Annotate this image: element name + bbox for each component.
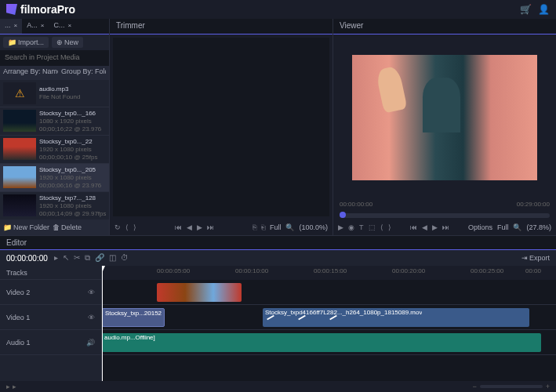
close-icon[interactable]: × xyxy=(67,22,71,29)
mark-in-icon[interactable]: ⟨ xyxy=(380,223,383,231)
media-meta: 00;00;14;09 @ 29.97fps xyxy=(39,210,106,217)
media-tab-1[interactable]: A...× xyxy=(22,19,49,34)
zoom-icon[interactable]: 🔍 xyxy=(513,223,521,231)
media-name: audio.mp3 xyxy=(39,85,106,93)
viewer-preview[interactable] xyxy=(352,55,537,180)
ripple-icon[interactable]: ◫ xyxy=(109,253,116,263)
user-icon[interactable]: 👤 xyxy=(538,4,550,15)
track-header-video2[interactable]: Video 2👁 xyxy=(0,280,101,305)
app-name: filmoraPro xyxy=(20,3,75,16)
viewer-time-start: 00:00:00:00 xyxy=(340,201,372,212)
loop-icon[interactable]: ↻ xyxy=(114,223,121,231)
tracks-label: Tracks xyxy=(0,266,101,280)
media-name: Stocksy_txp0..._205 xyxy=(39,166,106,173)
collapse-icon[interactable]: ▸ ▸ xyxy=(6,383,16,390)
zoom-out-icon[interactable]: − xyxy=(472,383,476,390)
import-button[interactable]: 📁 Import... xyxy=(3,37,49,48)
eye-icon[interactable]: 👁 xyxy=(88,289,95,296)
timeline-ruler[interactable]: 00:00:05:00 00:00:10:00 00:00:15:00 00:0… xyxy=(102,266,556,280)
viewer-scrubber[interactable] xyxy=(340,213,550,218)
track-row[interactable]: audio.mp...Offline] xyxy=(102,330,556,355)
clip-video2[interactable] xyxy=(157,283,242,302)
crop-icon[interactable]: ⬚ xyxy=(369,223,376,231)
app-logo: filmoraPro xyxy=(6,3,75,16)
link-icon[interactable]: 🔗 xyxy=(95,253,104,263)
track-row[interactable]: Stocksy_txp...2015223.mov Stocksy_txpd41… xyxy=(102,305,556,330)
editor-title: Editor xyxy=(6,238,27,247)
media-meta: 00;00;06;16 @ 23.976 xyxy=(39,182,106,189)
play-icon[interactable]: ▶ xyxy=(338,223,343,231)
trimmer-viewport[interactable] xyxy=(113,38,329,216)
insert-icon[interactable]: ⎘ xyxy=(253,223,256,231)
play-icon[interactable]: ▶ xyxy=(197,223,202,231)
group-by[interactable]: Group By: Fold xyxy=(61,67,106,78)
media-tab-0[interactable]: ...× xyxy=(0,19,22,34)
playhead[interactable] xyxy=(102,266,103,381)
mark-in-icon[interactable]: ⟨ xyxy=(125,223,129,231)
close-icon[interactable]: × xyxy=(41,22,45,29)
overlay-icon[interactable]: ⎗ xyxy=(261,223,265,231)
trimmer-title: Trimmer xyxy=(110,19,333,34)
eye-icon[interactable]: 👁 xyxy=(88,314,95,321)
media-item[interactable]: Stocksy_txp7..._1281920 x 1080 pixels00;… xyxy=(0,192,109,220)
full-button[interactable]: Full xyxy=(497,223,509,231)
close-icon[interactable]: × xyxy=(14,22,18,29)
media-thumb xyxy=(3,82,36,104)
timecode[interactable]: 00:00:00:00 xyxy=(6,254,48,263)
cursor-icon[interactable]: ↖ xyxy=(63,253,69,263)
zoom-icon[interactable]: 🔍 xyxy=(285,223,294,231)
new-folder-button[interactable]: 📁 New Folder xyxy=(3,223,49,231)
export-button[interactable]: ⇥ Export xyxy=(521,254,550,262)
step-back-icon[interactable]: ◀ xyxy=(187,223,192,231)
clip-video1-b[interactable]: Stocksy_txpd4166ff7L282..._h264_1080p_18… xyxy=(263,308,529,327)
play-icon[interactable]: ▶ xyxy=(432,223,438,231)
zoom-in-icon[interactable]: + xyxy=(546,383,550,390)
snap-icon[interactable]: ⧉ xyxy=(85,253,90,263)
media-item[interactable]: Stocksy_txp0..._2051920 x 1080 pixels00;… xyxy=(0,164,109,192)
speaker-icon[interactable]: 🔊 xyxy=(86,339,95,347)
prev-icon[interactable]: ⏮ xyxy=(175,223,182,231)
media-item[interactable]: Stocksy_txp0..._221920 x 1080 pixels00;0… xyxy=(0,136,109,164)
media-meta: 00;00;16;22 @ 23.976 xyxy=(39,125,106,132)
track-header-audio1[interactable]: Audio 1🔊 xyxy=(0,330,101,355)
prev-icon[interactable]: ⏮ xyxy=(410,223,417,231)
stop-icon[interactable]: ◉ xyxy=(348,223,354,231)
media-name: Stocksy_txp0..._166 xyxy=(39,110,106,117)
cart-icon[interactable]: 🛒 xyxy=(520,4,532,15)
media-panel: ...× A...× C...× 📁 Import... ⊕ New Arran… xyxy=(0,19,110,235)
options-button[interactable]: Options xyxy=(468,223,492,231)
arrange-by[interactable]: Arrange By: Name xyxy=(3,67,58,78)
media-item[interactable]: audio.mp3File Not Found xyxy=(0,80,109,107)
trimmer-zoom: (100.0%) xyxy=(299,223,328,231)
media-meta: 00;00;00;10 @ 25fps xyxy=(39,154,106,161)
media-meta: 1920 x 1080 pixels xyxy=(39,174,106,181)
media-meta: File Not Found xyxy=(39,93,106,100)
clock-icon[interactable]: ⏱ xyxy=(121,253,129,263)
media-item[interactable]: Stocksy_txp0..._1661080 x 1920 pixels00;… xyxy=(0,107,109,136)
viewer-time-end: 00:29:00:00 xyxy=(517,201,550,212)
clip-audio[interactable]: audio.mp...Offline] xyxy=(102,333,541,352)
full-label[interactable]: Full xyxy=(270,223,282,231)
track-row[interactable] xyxy=(102,280,556,305)
zoom-slider[interactable] xyxy=(480,385,543,388)
viewer-zoom: (27.8%) xyxy=(526,223,551,231)
new-button[interactable]: ⊕ New xyxy=(52,37,83,48)
mark-out-icon[interactable]: ⟩ xyxy=(388,223,391,231)
media-tab-2[interactable]: C...× xyxy=(49,19,76,34)
search-input[interactable] xyxy=(5,53,104,61)
step-back-icon[interactable]: ◀ xyxy=(422,223,427,231)
media-meta: 1080 x 1920 pixels xyxy=(39,118,106,125)
next-icon[interactable]: ⏭ xyxy=(207,223,214,231)
media-thumb xyxy=(3,194,36,216)
media-name: Stocksy_txp7..._128 xyxy=(39,194,106,201)
track-header-video1[interactable]: Video 1👁 xyxy=(0,305,101,330)
blade-icon[interactable]: ✂ xyxy=(74,253,80,263)
next-icon[interactable]: ⏭ xyxy=(442,223,449,231)
delete-button[interactable]: 🗑 Delete xyxy=(53,223,82,231)
mark-out-icon[interactable]: ⟩ xyxy=(133,223,136,231)
clip-video1-a[interactable]: Stocksy_txp...2015223.mov xyxy=(102,308,165,327)
media-thumb xyxy=(3,138,36,160)
text-icon[interactable]: T xyxy=(359,223,364,231)
chevron-icon[interactable]: ▸ xyxy=(54,253,58,263)
media-thumb xyxy=(3,166,36,188)
